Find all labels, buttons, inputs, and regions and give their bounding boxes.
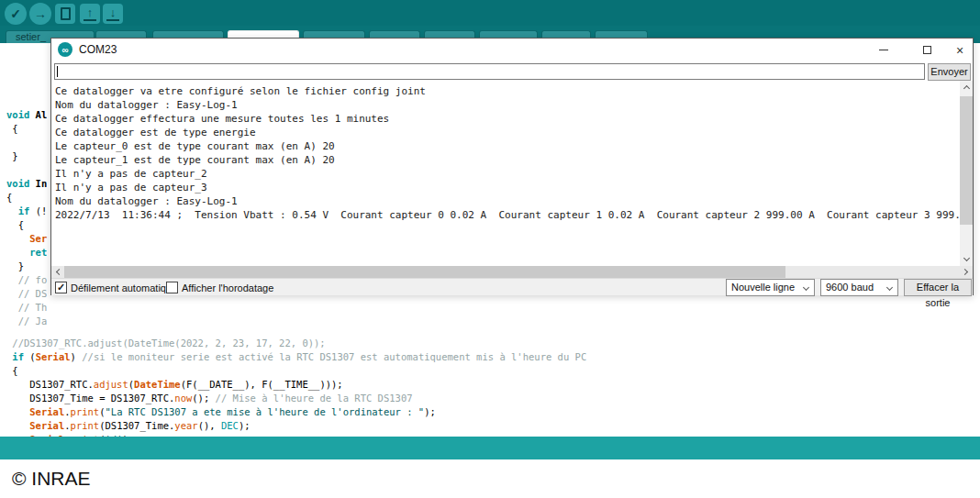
code-left-column: void Al { }void In{ if (! { Ser ret } //… <box>6 108 47 328</box>
scroll-down-icon[interactable] <box>960 253 973 266</box>
send-button[interactable]: Envoyer <box>928 63 971 81</box>
scroll-right-icon[interactable] <box>960 266 973 278</box>
code-line: void In <box>6 177 47 191</box>
close-icon: × <box>956 44 963 57</box>
clear-output-button[interactable]: Effacer la sortie <box>904 279 972 296</box>
text-caret <box>57 66 58 77</box>
code-line: // fo <box>6 273 47 287</box>
upload-button[interactable]: → <box>29 3 51 25</box>
autoscroll-label: Défilement automatique <box>71 282 177 293</box>
horizontal-scroll-thumb[interactable] <box>64 266 785 278</box>
code-line: if (! <box>6 205 47 218</box>
document-icon <box>61 7 71 20</box>
check-icon: ✓ <box>10 7 21 20</box>
code-line: // Th <box>6 301 47 315</box>
serial-output-line: 2022/7/13 11:36:44 ; Tension Vbatt : 0.5… <box>55 208 960 222</box>
serial-input[interactable] <box>54 63 925 80</box>
maximize-icon <box>923 46 931 54</box>
code-line: // Ja <box>6 315 47 328</box>
autoscroll-checkbox[interactable]: ✓ <box>55 282 67 293</box>
code-line: Serial.print("La RTC DS1307 a ete mise à… <box>6 405 586 419</box>
monitor-controls-bar: ✓ Défilement automatique ✓ Afficher l'ho… <box>51 278 973 295</box>
check-icon: ✓ <box>57 282 65 293</box>
new-sketch-button[interactable] <box>55 4 75 24</box>
code-line: { <box>6 364 586 378</box>
timestamp-checkbox[interactable]: ✓ <box>166 282 178 293</box>
timestamp-label: Afficher l'horodatage <box>182 282 273 293</box>
baud-rate-value: 9600 baud <box>826 282 874 293</box>
infinity-glyph: ∞ <box>61 45 68 55</box>
footer: © INRAE <box>0 459 980 498</box>
window-title: COM23 <box>79 43 117 56</box>
code-line: Serial.print(DS1307_Time.year(), DEC); <box>6 419 586 433</box>
minimize-icon <box>879 50 888 50</box>
close-button[interactable]: × <box>947 39 973 61</box>
code-line: } <box>6 260 47 273</box>
code-line: { <box>6 191 47 205</box>
baud-rate-select[interactable]: 9600 baud <box>820 279 898 296</box>
verify-button[interactable]: ✓ <box>5 3 27 25</box>
scroll-up-icon[interactable] <box>960 81 973 94</box>
code-line: ret <box>6 246 47 260</box>
arduino-logo-icon: ∞ <box>58 42 72 57</box>
window-titlebar[interactable]: ∞ COM23 × <box>51 39 973 61</box>
tab-label: setier_ <box>16 31 46 42</box>
code-line: { <box>6 122 47 136</box>
code-line: DS1307_Time = DS1307_RTC.now(); // Mise … <box>6 392 586 405</box>
line-ending-select[interactable]: Nouvelle ligne <box>726 279 815 296</box>
serial-output-line: Il n'y a pas de capteur_2 <box>55 167 960 181</box>
serial-output[interactable]: Ce datalogger va etre configuré selon le… <box>51 81 960 266</box>
horizontal-scrollbar[interactable] <box>51 266 973 278</box>
minimize-button[interactable] <box>871 39 896 61</box>
code-line: { <box>6 218 47 232</box>
code-line: Ser <box>6 232 47 246</box>
serial-output-line: Ce datalogger est de type energie <box>55 126 960 139</box>
scroll-left-icon[interactable] <box>51 266 64 278</box>
vertical-scroll-thumb[interactable] <box>960 96 973 225</box>
serial-output-line: Il n'y a pas de capteur_3 <box>55 181 960 194</box>
maximize-button[interactable] <box>914 39 940 61</box>
vertical-scrollbar[interactable] <box>960 81 973 266</box>
code-line: void Al <box>6 108 47 122</box>
open-sketch-button[interactable]: ↑ <box>80 4 100 24</box>
serial-output-line: Le capteur_1 est de type courant max (en… <box>55 153 960 167</box>
ide-toolbar: ✓ → ↑ ↓ <box>0 0 980 26</box>
arrow-right-icon: → <box>34 7 47 20</box>
code-line: if (Serial) //si le moniteur serie est a… <box>6 350 586 364</box>
copyright-text: © INRAE <box>12 468 91 490</box>
ide-status-bar <box>0 437 980 459</box>
arrow-up-icon: ↑ <box>87 6 94 18</box>
arrow-down-icon: ↓ <box>110 6 117 18</box>
code-line <box>6 136 47 149</box>
code-line: } <box>6 149 47 163</box>
code-line: // DS <box>6 287 47 301</box>
serial-output-line: Le capteur_0 est de type courant max (en… <box>55 139 960 153</box>
serial-output-line: Ce datalogger effectura une mesure toute… <box>55 112 960 126</box>
serial-output-line: Nom du datalogger : Easy-Log-1 <box>55 194 960 208</box>
save-sketch-button[interactable]: ↓ <box>103 4 123 24</box>
chevron-down-icon <box>803 284 809 291</box>
code-line: DS1307_RTC.adjust(DateTime(F(__DATE__), … <box>6 378 586 392</box>
code-line: //DS1307_RTC.adjust(DateTime(2022, 2, 23… <box>6 337 586 350</box>
tray-bar-icon <box>106 19 119 21</box>
chevron-down-icon <box>886 284 893 291</box>
tray-bar-icon <box>84 19 96 21</box>
code-line <box>6 163 47 177</box>
serial-output-line: Ce datalogger va etre configuré selon le… <box>55 84 960 98</box>
serial-output-line: Nom du datalogger : Easy-Log-1 <box>55 98 960 112</box>
line-ending-value: Nouvelle ligne <box>731 282 795 293</box>
serial-monitor-window: ∞ COM23 × Envoyer Ce datalogger va etre … <box>50 38 974 295</box>
